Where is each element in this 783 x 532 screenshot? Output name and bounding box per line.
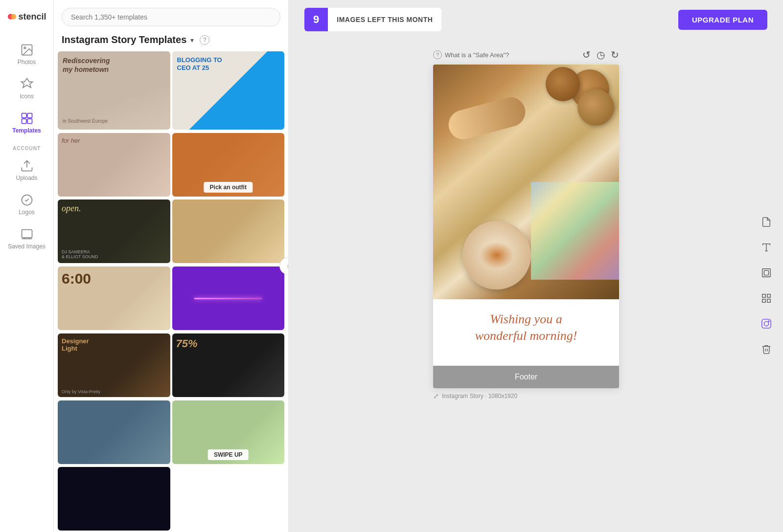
svg-point-22 xyxy=(768,321,769,322)
sidebar-item-templates-label: Templates xyxy=(12,127,41,134)
template-card-swirl[interactable]: 75% xyxy=(172,333,285,397)
sidebar-item-photos[interactable]: Photos xyxy=(0,37,53,71)
svg-point-3 xyxy=(24,47,26,49)
template-card-for-her[interactable]: for her xyxy=(58,133,170,197)
template-card-neon[interactable] xyxy=(172,266,285,330)
swipe-up-label: SWIPE UP xyxy=(208,449,249,460)
canvas-top-controls: ? What is a "Safe Area"? ↺ ◷ ↻ xyxy=(433,49,619,61)
svg-rect-16 xyxy=(762,294,765,297)
redo-button[interactable]: ↻ xyxy=(611,49,619,61)
canvas-edit-controls: ↺ ◷ ↻ xyxy=(582,49,619,61)
templates-grid: Rediscoveringmy hometown in Southwest Eu… xyxy=(54,51,288,532)
svg-rect-7 xyxy=(27,119,32,123)
panel-title: Instagram Story Templates xyxy=(62,34,186,45)
search-input[interactable] xyxy=(62,8,280,26)
history-button[interactable]: ◷ xyxy=(597,49,605,61)
grid-tool-button[interactable] xyxy=(758,289,775,307)
top-bar: 9 IMAGES LEFT THIS MONTH UPGRADE PLAN xyxy=(289,0,783,39)
app-logo: stencil xyxy=(7,8,46,25)
template-card-blog[interactable]: BLOGGING TOCEO AT 25 xyxy=(172,51,285,130)
canvas-main-text: Wishing you a wonderful morning! xyxy=(443,311,609,344)
svg-rect-14 xyxy=(762,269,771,277)
main-area: 9 IMAGES LEFT THIS MONTH UPGRADE PLAN ? … xyxy=(289,0,783,532)
template-card-latte[interactable] xyxy=(172,200,285,263)
svg-rect-4 xyxy=(22,113,26,118)
template-card-landscape[interactable] xyxy=(58,400,170,464)
help-button[interactable]: ? xyxy=(200,35,209,45)
upgrade-plan-button[interactable]: UPGRADE PLAN xyxy=(678,10,767,30)
sidebar-item-saved-label: Saved Images xyxy=(8,243,46,250)
footer-text: Footer xyxy=(515,373,537,381)
expand-icon: ⤢ xyxy=(433,392,439,400)
sidebar-item-icons-label: Icons xyxy=(20,93,34,100)
template-card-hometown[interactable]: Rediscoveringmy hometown in Southwest Eu… xyxy=(58,51,170,130)
account-section-label: ACCOUNT xyxy=(13,146,41,151)
canvas-text-area[interactable]: Wishing you a wonderful morning! xyxy=(433,299,619,358)
canvas-text-line1: Wishing you a xyxy=(490,312,562,326)
sidebar-item-photos-label: Photos xyxy=(18,59,36,66)
sidebar: stencil Photos Icons Templates ACCOUNT xyxy=(0,0,54,532)
sidebar-item-templates[interactable]: Templates xyxy=(0,106,53,140)
canvas-wrapper: ? What is a "Safe Area"? ↺ ◷ ↻ Header xyxy=(433,49,619,400)
right-tools-panel xyxy=(758,213,775,358)
svg-rect-19 xyxy=(767,299,770,302)
template-card-couple[interactable]: SWIPE UP xyxy=(172,400,285,464)
sidebar-item-icons[interactable]: Icons xyxy=(0,71,53,106)
sidebar-item-logos[interactable]: Logos xyxy=(0,187,53,222)
svg-rect-10 xyxy=(22,230,32,238)
svg-rect-17 xyxy=(767,294,770,297)
template-card-designer[interactable]: DesignerLight Only by Vista-Pretty xyxy=(58,333,170,397)
app-name: stencil xyxy=(18,12,46,22)
frame-tool-button[interactable] xyxy=(758,264,775,282)
text-settings-tool-button[interactable] xyxy=(758,239,775,256)
template-card-pick-outfit[interactable]: Pick an outfit xyxy=(172,133,285,197)
undo-button[interactable]: ↺ xyxy=(582,49,591,61)
svg-point-1 xyxy=(10,14,16,19)
svg-rect-15 xyxy=(764,270,768,275)
search-area xyxy=(54,0,288,30)
images-left-badge: 9 IMAGES LEFT THIS MONTH xyxy=(304,8,441,31)
template-card-open[interactable]: open. DJ SAMEERA& ELLIOT SOUND xyxy=(58,200,170,263)
canvas-footer-bar[interactable]: Footer xyxy=(433,366,619,388)
panel-header: Instagram Story Templates ▾ ? xyxy=(54,30,288,51)
images-left-count: 9 xyxy=(304,8,328,31)
document-tool-button[interactable] xyxy=(758,213,775,231)
sidebar-item-uploads-label: Uploads xyxy=(16,175,37,181)
templates-panel: Instagram Story Templates ▾ ? Rediscover… xyxy=(54,0,289,532)
svg-rect-5 xyxy=(27,113,32,118)
pick-outfit-label: Pick an outfit xyxy=(204,182,253,193)
dropdown-arrow-icon[interactable]: ▾ xyxy=(190,36,194,44)
svg-rect-6 xyxy=(22,119,26,123)
instagram-tool-button[interactable] xyxy=(758,315,775,332)
svg-rect-20 xyxy=(762,319,771,328)
sidebar-item-uploads[interactable]: Uploads xyxy=(0,153,53,187)
images-left-label: IMAGES LEFT THIS MONTH xyxy=(328,16,441,23)
canvas-image-area[interactable]: Header xyxy=(433,65,619,299)
safe-area-label: What is a "Safe Area"? xyxy=(445,51,509,59)
safe-area-help-icon[interactable]: ? xyxy=(433,50,442,59)
canvas-bottom-info: ⤢ Instagram Story · 1080x1920 xyxy=(433,392,619,400)
canvas-area: ? What is a "Safe Area"? ↺ ◷ ↻ Header xyxy=(289,39,783,532)
canvas-text-line2: wonderful morning! xyxy=(475,329,577,343)
template-card-fireworks[interactable] xyxy=(58,467,170,531)
safe-area-hint: ? What is a "Safe Area"? xyxy=(433,50,509,59)
sidebar-item-saved-images[interactable]: Saved Images xyxy=(0,222,53,256)
canvas-size-info: Instagram Story · 1080x1920 xyxy=(442,393,517,399)
trash-tool-button[interactable] xyxy=(758,340,775,358)
svg-point-21 xyxy=(764,321,768,326)
canvas-frame: Header xyxy=(433,65,619,388)
template-card-time[interactable]: 6:00 xyxy=(58,266,170,330)
svg-rect-18 xyxy=(762,299,765,302)
sidebar-item-logos-label: Logos xyxy=(19,209,35,216)
